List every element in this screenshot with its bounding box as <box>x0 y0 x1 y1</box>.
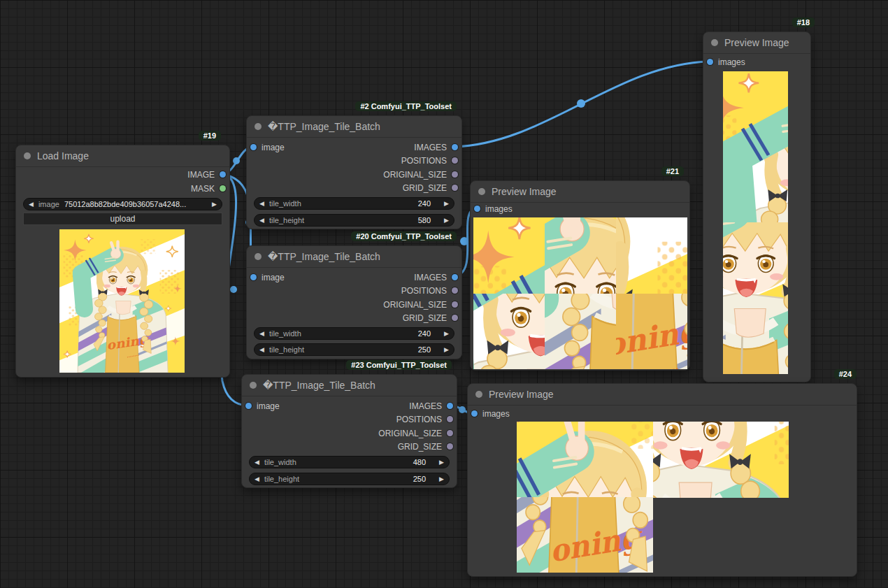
node-title: �TTP_Image_Tile_Batch <box>268 251 380 262</box>
output-port-images[interactable] <box>452 144 458 150</box>
tile-width-widget[interactable]: ◀ tile_width 480 ▶ <box>249 456 450 468</box>
output-label: IMAGES <box>409 401 442 411</box>
node-tile-batch-2[interactable]: #2 Comfyui_TTP_Toolset �TTP_Image_Tile_B… <box>246 115 462 229</box>
widget-label: tile_width <box>264 458 296 466</box>
increment-arrow-icon[interactable]: ▶ <box>444 344 449 355</box>
decrement-arrow-icon[interactable]: ◀ <box>255 457 259 468</box>
collapse-dot-icon[interactable] <box>711 39 718 46</box>
input-port-images[interactable] <box>471 410 478 417</box>
output-slot-mask: MASK <box>16 182 229 195</box>
tile-height-widget[interactable]: ◀ tile_height 250 ▶ <box>249 473 450 485</box>
output-label: GRID_SIZE <box>398 442 442 452</box>
output-port-grid-size[interactable] <box>447 443 453 450</box>
slot-row: GRID_SIZE <box>242 440 457 453</box>
node-preview-image-18[interactable]: #18 Preview Image images <box>703 31 811 382</box>
tile-height-widget[interactable]: ◀ tile_height 250 ▶ <box>254 343 454 356</box>
preview-tile <box>653 422 789 498</box>
slot-row: image IMAGES <box>242 400 457 413</box>
widget-value: 250 <box>413 475 426 483</box>
input-slot-images: images <box>471 203 689 215</box>
output-port-positions[interactable] <box>452 157 458 164</box>
input-port-images[interactable] <box>474 206 480 212</box>
collapse-dot-icon[interactable] <box>24 152 31 159</box>
decrement-arrow-icon[interactable]: ◀ <box>259 328 264 339</box>
increment-arrow-icon[interactable]: ▶ <box>444 198 449 209</box>
widget-label: tile_height <box>269 345 304 354</box>
collapse-dot-icon[interactable] <box>475 391 482 398</box>
output-port-mask[interactable] <box>220 185 226 192</box>
input-port-image[interactable] <box>250 144 257 150</box>
node-preview-image-24[interactable]: #24 Preview Image images <box>467 383 857 577</box>
output-port-original-size[interactable] <box>447 430 453 436</box>
node-id-badge: #21 <box>661 166 684 176</box>
output-port-grid-size[interactable] <box>452 185 458 191</box>
decrement-arrow-icon[interactable]: ◀ <box>255 473 259 485</box>
decrement-arrow-icon[interactable]: ◀ <box>259 215 264 226</box>
input-port-image[interactable] <box>250 274 257 280</box>
output-label: ORIGINAL_SIZE <box>383 300 447 310</box>
upload-button[interactable]: upload <box>23 213 222 225</box>
increment-arrow-icon[interactable]: ▶ <box>444 215 449 226</box>
collapse-dot-icon[interactable] <box>255 253 262 260</box>
output-port-original-size[interactable] <box>452 171 458 178</box>
node-header[interactable]: Preview Image <box>468 384 857 406</box>
collapse-dot-icon[interactable] <box>250 382 257 389</box>
widget-label: tile_height <box>264 475 299 483</box>
input-label: images <box>482 409 510 419</box>
link-midpoint-dot[interactable] <box>460 237 468 245</box>
decrement-arrow-icon[interactable]: ◀ <box>259 344 264 355</box>
node-header[interactable]: Load Image <box>16 145 229 167</box>
output-label: POSITIONS <box>401 156 447 166</box>
tile-width-widget[interactable]: ◀ tile_width 240 ▶ <box>254 327 454 340</box>
next-arrow-icon[interactable]: ▶ <box>212 199 217 210</box>
increment-arrow-icon[interactable]: ▶ <box>439 457 444 468</box>
input-port-images[interactable] <box>707 59 713 65</box>
node-title: Preview Image <box>724 37 789 48</box>
comfyui-canvas[interactable]: oning <box>0 0 888 588</box>
preview-tiles <box>517 422 653 573</box>
link-midpoint-dot[interactable] <box>577 99 585 108</box>
output-port-positions[interactable] <box>452 287 458 294</box>
node-header[interactable]: Preview Image <box>703 32 810 54</box>
node-header[interactable]: �TTP_Image_Tile_Batch <box>242 375 457 396</box>
output-label: POSITIONS <box>396 415 442 424</box>
output-port-images[interactable] <box>452 274 458 280</box>
node-preview-image-21[interactable]: #21 Preview Image images <box>470 180 690 371</box>
output-port-images[interactable] <box>447 403 453 409</box>
collapse-dot-icon[interactable] <box>255 123 262 130</box>
slot-row: POSITIONS <box>247 285 461 297</box>
node-header[interactable]: �TTP_Image_Tile_Batch <box>247 116 461 138</box>
link-midpoint-dot[interactable] <box>230 286 237 293</box>
output-port-grid-size[interactable] <box>452 315 458 321</box>
link-midpoint-dot[interactable] <box>233 157 240 164</box>
increment-arrow-icon[interactable]: ▶ <box>444 328 449 339</box>
widget-label: tile_height <box>269 216 304 224</box>
tile-width-widget[interactable]: ◀ tile_width 240 ▶ <box>254 197 454 210</box>
node-id-badge: #24 <box>834 369 857 379</box>
node-load-image[interactable]: #19 Load Image IMAGE MASK ◀ image 75012a… <box>15 145 230 378</box>
prev-arrow-icon[interactable]: ◀ <box>29 199 34 210</box>
output-port-original-size[interactable] <box>452 301 458 308</box>
node-tile-batch-20[interactable]: #20 Comfyui_TTP_Toolset �TTP_Image_Tile_… <box>246 245 462 359</box>
output-label: IMAGE <box>187 170 215 180</box>
increment-arrow-icon[interactable]: ▶ <box>439 473 444 485</box>
link-midpoint-dot[interactable] <box>459 406 466 413</box>
combo-label: image <box>38 200 59 208</box>
output-port-image[interactable] <box>220 171 226 178</box>
tile-height-widget[interactable]: ◀ tile_height 580 ▶ <box>254 214 454 227</box>
input-label: image <box>262 143 285 152</box>
node-header[interactable]: Preview Image <box>471 181 689 203</box>
output-port-positions[interactable] <box>447 416 453 422</box>
decrement-arrow-icon[interactable]: ◀ <box>259 198 264 209</box>
slot-row: image IMAGES <box>247 141 461 154</box>
node-tile-batch-23[interactable]: #23 Comfyui_TTP_Toolset �TTP_Image_Tile_… <box>241 374 457 488</box>
node-header[interactable]: �TTP_Image_Tile_Batch <box>247 246 461 268</box>
output-slot-image: IMAGE <box>16 168 229 181</box>
widget-value: 240 <box>418 329 431 338</box>
preview-tiles <box>723 71 788 374</box>
node-title: �TTP_Image_Tile_Batch <box>268 121 380 132</box>
image-combo-widget[interactable]: ◀ image 75012a8b82bde409b36057a4248... ▶ <box>23 198 222 210</box>
input-port-image[interactable] <box>245 403 252 409</box>
node-title: �TTP_Image_Tile_Batch <box>263 380 375 391</box>
collapse-dot-icon[interactable] <box>478 188 485 195</box>
